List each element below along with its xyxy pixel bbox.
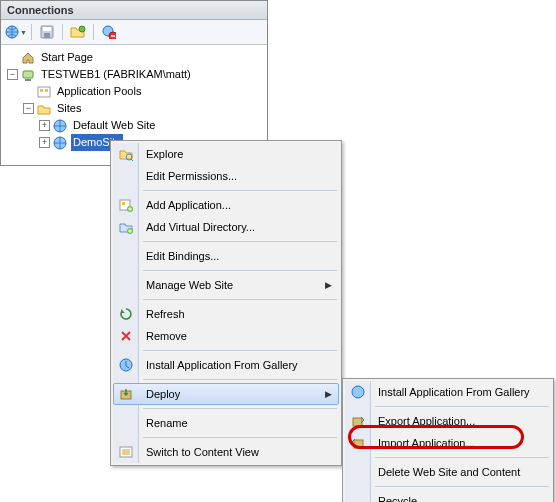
menu-item-rename[interactable]: Rename	[113, 412, 339, 434]
refresh-icon	[117, 305, 135, 323]
menu-separator	[143, 437, 337, 438]
menu-item-install-gallery[interactable]: Install Application From Gallery	[113, 354, 339, 376]
menu-separator	[143, 350, 337, 351]
menu-item-add-vdir[interactable]: Add Virtual Directory...	[113, 216, 339, 238]
tree-node-server[interactable]: − TESTWEB1 (FABRIKAM\matt)	[3, 66, 265, 83]
tree-label: Start Page	[39, 49, 95, 66]
tree-label: Sites	[55, 100, 83, 117]
app-pools-icon	[36, 84, 52, 100]
dropdown-arrow-icon: ▼	[20, 29, 27, 36]
svg-rect-2	[43, 27, 51, 31]
context-menu-deploy: Install Application From Gallery Export …	[342, 378, 554, 502]
gallery-icon	[117, 356, 135, 374]
menu-label: Install Application From Gallery	[146, 359, 298, 371]
toolbar-separator	[93, 24, 94, 40]
site-icon	[52, 118, 68, 134]
import-icon	[349, 434, 367, 452]
connect-button[interactable]: ▼	[5, 22, 27, 42]
menu-label: Refresh	[146, 308, 185, 320]
context-menu-site: Explore Edit Permissions... Add Applicat…	[110, 140, 342, 466]
menu-item-edit-permissions[interactable]: Edit Permissions...	[113, 165, 339, 187]
explore-icon	[117, 145, 135, 163]
save-icon	[40, 25, 54, 39]
menu-item-edit-bindings[interactable]: Edit Bindings...	[113, 245, 339, 267]
menu-item-switch-content-view[interactable]: Switch to Content View	[113, 441, 339, 463]
menu-separator	[375, 457, 549, 458]
svg-point-22	[352, 386, 364, 398]
globe-remove-icon	[102, 25, 116, 39]
menu-label: Add Application...	[146, 199, 231, 211]
content-view-icon	[117, 443, 135, 461]
expand-toggle[interactable]: +	[39, 137, 50, 148]
menu-item-manage-site[interactable]: Manage Web Site ▶	[113, 274, 339, 296]
menu-label: Explore	[146, 148, 183, 160]
deploy-icon	[117, 385, 135, 403]
menu-item-install-gallery-sub[interactable]: Install Application From Gallery	[345, 381, 551, 403]
menu-separator	[143, 299, 337, 300]
svg-rect-23	[353, 418, 362, 426]
home-icon	[20, 50, 36, 66]
svg-point-4	[79, 26, 85, 32]
menu-label: Switch to Content View	[146, 446, 259, 458]
connections-toolbar: ▼	[1, 20, 267, 45]
menu-item-export-application[interactable]: Export Application...	[345, 410, 551, 432]
menu-label: Install Application From Gallery	[378, 386, 530, 398]
toolbar-separator	[62, 24, 63, 40]
open-folder-button[interactable]	[67, 22, 89, 42]
folder-open-icon	[70, 25, 86, 39]
menu-item-import-application[interactable]: Import Application...	[345, 432, 551, 454]
menu-item-delete-site[interactable]: Delete Web Site and Content	[345, 461, 551, 483]
menu-item-explore[interactable]: Explore	[113, 143, 339, 165]
tree-label: Default Web Site	[71, 117, 157, 134]
svg-rect-16	[122, 202, 125, 205]
save-button[interactable]	[36, 22, 58, 42]
tree-node-start-page[interactable]: Start Page	[3, 49, 265, 66]
expand-toggle[interactable]: +	[39, 120, 50, 131]
menu-label: Manage Web Site	[146, 279, 233, 291]
menu-separator	[375, 406, 549, 407]
svg-rect-8	[25, 79, 31, 81]
remove-connection-button[interactable]	[98, 22, 120, 42]
server-icon	[20, 67, 36, 83]
menu-label: Deploy	[146, 388, 180, 400]
add-app-icon	[117, 196, 135, 214]
tree-label: TESTWEB1 (FABRIKAM\matt)	[39, 66, 193, 83]
menu-separator	[143, 190, 337, 191]
menu-label: Delete Web Site and Content	[378, 466, 520, 478]
collapse-toggle[interactable]: −	[23, 103, 34, 114]
menu-label: Recycle...	[378, 495, 426, 502]
submenu-arrow-icon: ▶	[325, 280, 332, 290]
collapse-toggle[interactable]: −	[7, 69, 18, 80]
remove-icon	[117, 327, 135, 345]
tree-node-sites[interactable]: − Sites	[3, 100, 265, 117]
menu-label: Remove	[146, 330, 187, 342]
menu-separator	[375, 486, 549, 487]
menu-label: Export Application...	[378, 415, 475, 427]
menu-separator	[143, 408, 337, 409]
svg-rect-7	[23, 71, 33, 78]
menu-item-deploy[interactable]: Deploy ▶	[113, 383, 339, 405]
menu-separator	[143, 379, 337, 380]
menu-label: Edit Permissions...	[146, 170, 237, 182]
export-icon	[349, 412, 367, 430]
menu-label: Add Virtual Directory...	[146, 221, 255, 233]
menu-item-refresh[interactable]: Refresh	[113, 303, 339, 325]
menu-item-recycle[interactable]: Recycle...	[345, 490, 551, 502]
svg-rect-3	[44, 33, 50, 38]
folder-icon	[36, 101, 52, 117]
svg-rect-24	[354, 440, 363, 448]
site-icon	[52, 135, 68, 151]
menu-separator	[143, 241, 337, 242]
tree-node-default-site[interactable]: + Default Web Site	[3, 117, 265, 134]
svg-rect-9	[38, 87, 50, 97]
menu-item-remove[interactable]: Remove	[113, 325, 339, 347]
menu-separator	[143, 270, 337, 271]
submenu-arrow-icon: ▶	[325, 389, 332, 399]
menu-item-add-application[interactable]: Add Application...	[113, 194, 339, 216]
panel-title: Connections	[1, 1, 267, 20]
globe-icon	[5, 25, 19, 39]
svg-rect-11	[45, 89, 48, 92]
svg-rect-10	[40, 89, 43, 92]
add-vdir-icon	[117, 218, 135, 236]
tree-node-app-pools[interactable]: Application Pools	[3, 83, 265, 100]
